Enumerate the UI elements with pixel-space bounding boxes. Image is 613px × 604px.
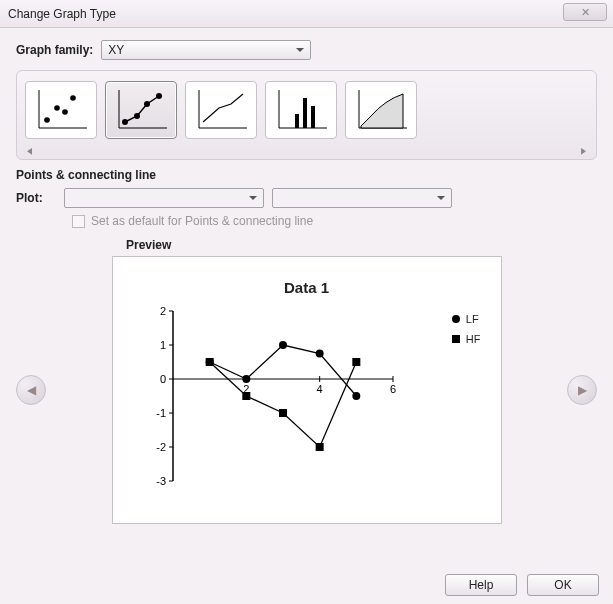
chevron-left-icon: ◀ xyxy=(27,383,36,397)
graph-type-line[interactable] xyxy=(185,81,257,139)
graph-family-label: Graph family: xyxy=(16,43,93,57)
gallery-scrollbar[interactable]: ◂ ▸ xyxy=(25,145,588,157)
legend-entry-HF: HF xyxy=(452,333,481,345)
graph-type-scatter[interactable] xyxy=(25,81,97,139)
preview-chart: Data 1 -3-2-1012246 LFHF xyxy=(112,256,502,524)
close-button[interactable]: ✕ xyxy=(563,3,607,21)
svg-text:2: 2 xyxy=(159,305,165,317)
ok-button-label: OK xyxy=(554,578,571,592)
svg-point-43 xyxy=(242,375,250,383)
svg-rect-47 xyxy=(205,358,213,366)
svg-point-11 xyxy=(156,93,162,99)
close-icon: ✕ xyxy=(581,6,590,19)
checkbox-box-icon xyxy=(72,215,85,228)
svg-point-9 xyxy=(134,113,140,119)
svg-point-2 xyxy=(44,117,50,123)
svg-point-46 xyxy=(352,392,360,400)
circle-marker-icon xyxy=(452,315,460,323)
legend-label: HF xyxy=(466,333,481,345)
default-checkbox-label: Set as default for Points & connecting l… xyxy=(91,214,313,228)
svg-rect-49 xyxy=(279,409,287,417)
plot-label: Plot: xyxy=(16,191,56,205)
svg-rect-48 xyxy=(242,392,250,400)
preview-label: Preview xyxy=(126,238,597,252)
svg-rect-18 xyxy=(311,106,315,128)
svg-point-3 xyxy=(54,105,60,111)
graph-family-select[interactable]: XY xyxy=(101,40,311,60)
help-button-label: Help xyxy=(469,578,494,592)
svg-text:1: 1 xyxy=(159,339,165,351)
svg-text:-3: -3 xyxy=(156,475,166,487)
svg-point-4 xyxy=(62,109,68,115)
scroll-right-icon: ▸ xyxy=(581,143,586,160)
svg-rect-50 xyxy=(315,443,323,451)
help-button[interactable]: Help xyxy=(445,574,517,596)
graph-type-gallery: ◂ ▸ xyxy=(16,70,597,160)
plot-select[interactable] xyxy=(64,188,264,208)
chart-body: -3-2-1012246 xyxy=(143,305,403,495)
svg-text:6: 6 xyxy=(389,383,395,395)
graph-type-area[interactable] xyxy=(345,81,417,139)
svg-point-5 xyxy=(70,95,76,101)
ok-button[interactable]: OK xyxy=(527,574,599,596)
svg-rect-16 xyxy=(295,114,299,128)
graph-family-value: XY xyxy=(108,43,124,57)
default-checkbox[interactable]: Set as default for Points & connecting l… xyxy=(72,214,597,228)
chart-title: Data 1 xyxy=(113,279,501,296)
chart-legend: LFHF xyxy=(452,313,481,353)
legend-label: LF xyxy=(466,313,479,325)
window-title: Change Graph Type xyxy=(8,7,116,21)
graph-type-column[interactable] xyxy=(265,81,337,139)
svg-text:-1: -1 xyxy=(156,407,166,419)
svg-rect-17 xyxy=(303,98,307,128)
section-heading: Points & connecting line xyxy=(16,168,597,182)
legend-entry-LF: LF xyxy=(452,313,481,325)
graph-type-connected-scatter[interactable] xyxy=(105,81,177,139)
svg-text:0: 0 xyxy=(159,373,165,385)
svg-point-44 xyxy=(279,341,287,349)
svg-point-10 xyxy=(144,101,150,107)
svg-point-45 xyxy=(315,350,323,358)
chevron-right-icon: ▶ xyxy=(578,383,587,397)
square-marker-icon xyxy=(452,335,460,343)
plot-subtype-select[interactable] xyxy=(272,188,452,208)
title-bar: Change Graph Type ✕ xyxy=(0,0,613,28)
svg-text:4: 4 xyxy=(316,383,322,395)
preview-next-button[interactable]: ▶ xyxy=(567,375,597,405)
scroll-left-icon: ◂ xyxy=(27,143,32,160)
preview-prev-button[interactable]: ◀ xyxy=(16,375,46,405)
svg-rect-51 xyxy=(352,358,360,366)
svg-point-8 xyxy=(122,119,128,125)
svg-text:-2: -2 xyxy=(156,441,166,453)
